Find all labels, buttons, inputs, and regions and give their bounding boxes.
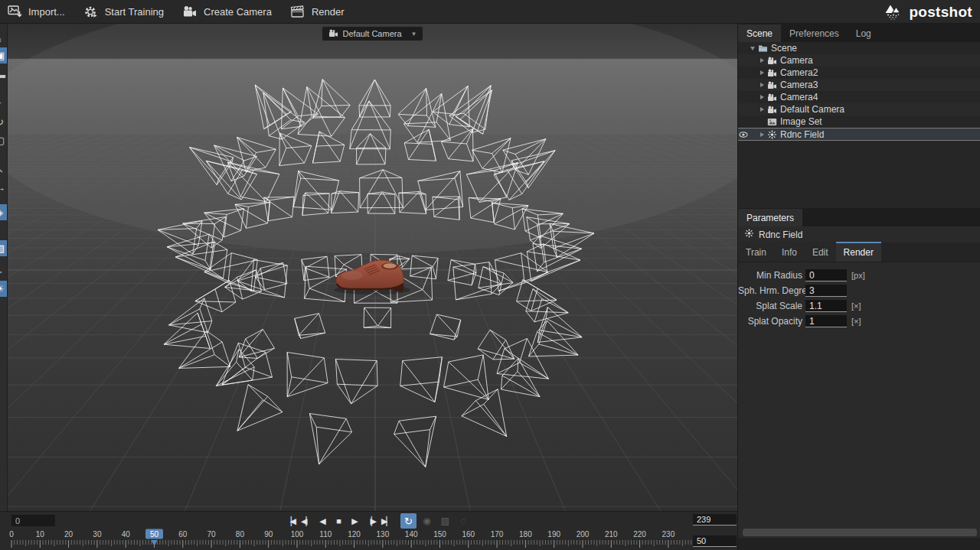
tree-row-image-set[interactable]: Image Set	[738, 116, 980, 128]
splat-tool[interactable]: ☀	[0, 281, 8, 297]
film-tool-icon: ▬	[0, 67, 5, 83]
current-frame-input[interactable]	[693, 535, 737, 547]
stop-button[interactable]: ■	[330, 513, 346, 529]
create-camera-button[interactable]: Create Camera	[175, 0, 283, 23]
ghost-toggle-1[interactable]: ◉	[419, 513, 435, 529]
camera-selector[interactable]: Default Camera ▼	[322, 27, 423, 41]
subtab-train[interactable]: Train	[738, 242, 774, 262]
frame-tool[interactable]: ▢	[0, 132, 8, 148]
svg-text:80: 80	[236, 530, 245, 539]
tree-row-default-camera[interactable]: Default Camera	[738, 103, 980, 116]
move-tool[interactable]: +	[0, 95, 8, 111]
param-input-min-radius[interactable]	[805, 269, 847, 282]
rotate-tool-icon: ↻	[0, 114, 4, 130]
create-camera-button-label: Create Camera	[204, 6, 272, 18]
param-input-splat-scale[interactable]	[805, 300, 847, 312]
loop-toggle[interactable]: ↻	[400, 513, 416, 529]
svg-text:150: 150	[433, 530, 446, 539]
expander-closed-icon[interactable]	[758, 132, 766, 137]
brand-name: postshot	[909, 4, 972, 21]
tree-label-camera2: Camera2	[778, 67, 818, 78]
postshot-logo: postshot	[883, 0, 972, 24]
playhead-marker	[152, 540, 158, 546]
param-input-sph-hrm-degree[interactable]	[805, 285, 847, 297]
import-button-label: Import...	[28, 6, 65, 18]
param-unit-splat-opacity: [×]	[847, 317, 861, 326]
timeline: 0102030406070809010011012013014015016017…	[0, 511, 737, 550]
tree-row-camera2[interactable]: Camera2	[738, 67, 980, 79]
expander-closed-icon[interactable]	[758, 83, 766, 87]
tab-log[interactable]: Log	[848, 24, 880, 42]
diamond-tool[interactable]: ◈	[0, 204, 8, 220]
postshot-logo-icon	[883, 2, 903, 23]
field-icon	[766, 130, 778, 139]
triangle-down	[750, 47, 755, 50]
start-training-button[interactable]: Start Training	[76, 0, 175, 23]
parameters-tabbar: Parameters	[738, 208, 980, 226]
chevron-down-icon: ▼	[407, 31, 417, 37]
tree-row-camera[interactable]: Camera	[738, 54, 980, 67]
radiance-field-icon	[744, 229, 754, 240]
transform-tool[interactable]: ↔	[0, 180, 8, 196]
visibility-eye-icon[interactable]	[738, 131, 749, 138]
param-input-splat-opacity[interactable]	[805, 315, 847, 327]
import-icon	[8, 5, 22, 18]
tree-row-rdnc-field[interactable]: Rdnc Field	[738, 128, 980, 141]
image-icon	[766, 118, 778, 126]
tree-row-scene[interactable]: Scene	[738, 42, 980, 54]
step-forward-button[interactable]: ▕▶	[362, 513, 378, 529]
tree-row-camera3[interactable]: Camera3	[738, 79, 980, 91]
select-box-tool[interactable]: ▧	[0, 240, 8, 256]
panel-tabs: ScenePreferencesLog	[738, 24, 980, 42]
tab-parameters[interactable]: Parameters	[738, 209, 802, 226]
wirebox-tool[interactable]: ▣	[0, 47, 8, 63]
range-start-input[interactable]	[11, 515, 55, 526]
expander-closed-icon[interactable]	[758, 70, 766, 75]
rotate-tool[interactable]: ↻	[0, 114, 8, 130]
parameters-node-header: Rdnc Field	[738, 226, 980, 242]
line-tool[interactable]: /	[0, 225, 8, 241]
svg-text:70: 70	[207, 530, 217, 539]
play-reverse-button[interactable]: ◀	[314, 513, 330, 529]
render-icon	[290, 5, 305, 18]
ghost-toggle-2[interactable]: ▨	[437, 513, 453, 529]
import-button[interactable]: Import...	[0, 0, 76, 23]
ghost-toggle-3[interactable]: ◌	[456, 513, 472, 529]
range-end-input[interactable]	[693, 514, 737, 526]
subtab-render[interactable]: Render	[836, 242, 881, 262]
subtab-edit[interactable]: Edit	[805, 242, 836, 262]
points-tool[interactable]: ∴	[0, 262, 8, 278]
horizontal-scrollbar[interactable]	[743, 529, 977, 536]
expander-closed-icon[interactable]	[758, 107, 766, 112]
param-label-splat-scale: Splat Scale	[738, 301, 805, 311]
home-tool[interactable]: ⌂	[0, 31, 8, 47]
home-tool-icon: ⌂	[0, 31, 2, 47]
postshot-window: Import...Start TrainingCreate CameraRend…	[0, 0, 980, 550]
tree-row-camera4[interactable]: Camera4	[738, 91, 980, 103]
play-button[interactable]: ▶	[346, 513, 362, 529]
go-to-start-button[interactable]: ▕◀	[282, 513, 298, 529]
render-button[interactable]: Render	[283, 0, 355, 23]
expander-closed-icon[interactable]	[758, 58, 766, 63]
go-to-end-button[interactable]: ▶▏	[378, 513, 394, 529]
expander-open-icon[interactable]	[749, 47, 756, 50]
cursor-tool[interactable]: ↖	[0, 161, 8, 177]
tab-scene[interactable]: Scene	[738, 24, 781, 42]
expander-closed-icon[interactable]	[758, 95, 766, 99]
svg-text:0: 0	[9, 530, 14, 539]
triangle-right	[760, 132, 764, 137]
camera-icon	[766, 106, 778, 114]
viewport-3d[interactable]: Default Camera ▼	[8, 24, 737, 511]
param-unit-splat-scale: [×]	[847, 301, 861, 311]
svg-text:180: 180	[519, 530, 532, 539]
svg-text:230: 230	[662, 530, 675, 539]
scene-tree: SceneCameraCamera2Camera3Camera4Default …	[738, 42, 980, 208]
scene-canvas[interactable]	[8, 24, 737, 511]
film-tool[interactable]: ▬	[0, 67, 8, 83]
move-tool-icon: +	[0, 95, 2, 111]
triangle-right	[760, 58, 764, 63]
tab-preferences[interactable]: Preferences	[781, 24, 848, 42]
subtab-info[interactable]: Info	[774, 242, 805, 262]
step-back-button[interactable]: ◀▏	[298, 513, 314, 529]
svg-text:200: 200	[577, 530, 590, 539]
